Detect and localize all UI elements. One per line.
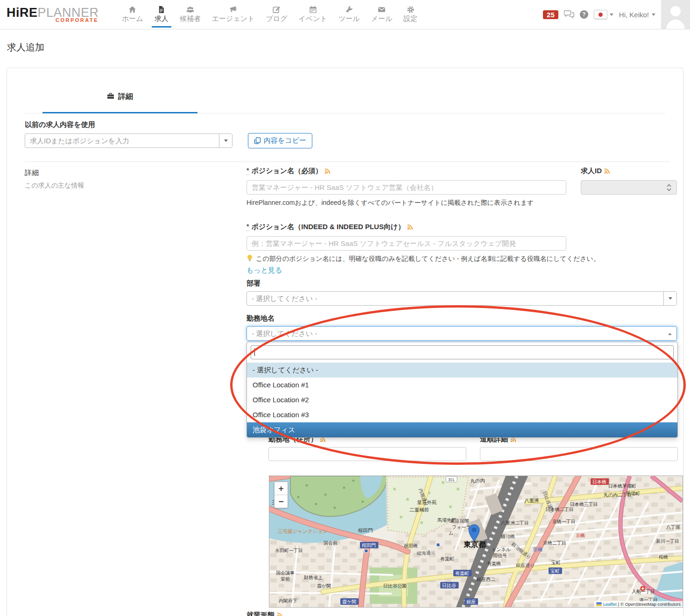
map-label: 二重橋前 bbox=[409, 507, 429, 512]
nav-item-label: イベント bbox=[299, 14, 327, 23]
copy-content-button[interactable]: 内容をコピー bbox=[248, 133, 312, 148]
nav-item-label: 候補者 bbox=[180, 14, 201, 23]
map-label: トンネル bbox=[492, 547, 511, 552]
indeed-tip-text: この部分のポジション名には、明確な役職のみを記載してください - 例えば名刺に記… bbox=[256, 254, 600, 264]
copy-icon bbox=[254, 137, 261, 144]
zoom-in-button[interactable]: + bbox=[275, 482, 288, 495]
location-map[interactable]: 301 桜田門霞ケ関日比谷有楽町銀座宝町日本橋 三宅坂三宅坂ジャンクション桜田門… bbox=[269, 476, 683, 608]
nav-item-label: ホーム bbox=[122, 14, 143, 23]
location-search-input[interactable] bbox=[251, 345, 674, 359]
hireplanner-logo[interactable]: HiREPLANNER CORPORATE bbox=[7, 7, 112, 23]
station-label: 桜田門 bbox=[362, 543, 376, 548]
greeting-text: Hi, Keiko! bbox=[619, 11, 649, 19]
location-select[interactable]: - 選択してください - bbox=[246, 326, 677, 341]
location-option[interactable]: Office Location #3 bbox=[247, 407, 677, 422]
directions-input[interactable] bbox=[480, 447, 678, 461]
indeed-position-input[interactable] bbox=[246, 236, 566, 251]
station-label: 宝町 bbox=[550, 568, 560, 574]
location-option[interactable]: Office Location #1 bbox=[247, 378, 677, 392]
map-label: 日本橋二丁目 bbox=[546, 507, 574, 512]
department-label: 部署 bbox=[246, 279, 261, 288]
users-icon bbox=[186, 6, 194, 14]
map-label: 内閣府下 bbox=[279, 598, 297, 603]
location-option[interactable]: 池袋オフィス bbox=[247, 422, 677, 437]
nav-item-gear[interactable]: 設定 bbox=[403, 6, 417, 23]
zoom-out-button[interactable]: − bbox=[275, 495, 288, 508]
location-name-label: 勤務地名 bbox=[246, 314, 275, 323]
map-label: 銀座通り bbox=[516, 563, 535, 568]
previous-job-combobox[interactable]: 求人IDまたはポジションを入力 bbox=[25, 133, 232, 148]
map-label: 宝町 bbox=[551, 560, 561, 565]
required-asterisk: * bbox=[246, 167, 249, 175]
department-select[interactable]: - 選択してください - bbox=[246, 291, 677, 306]
location-option[interactable]: - 選択してください - bbox=[247, 363, 677, 378]
map-label: 有楽町 bbox=[440, 556, 454, 561]
nav-item-cal[interactable]: イベント bbox=[299, 6, 327, 23]
tab-details[interactable]: 詳細 bbox=[42, 68, 197, 113]
spinner-arrows-icon bbox=[666, 183, 672, 192]
department-value: - 選択してください - bbox=[247, 292, 676, 306]
notification-count-badge[interactable]: 25 bbox=[543, 10, 558, 19]
map-label: 新川一丁目 bbox=[656, 539, 679, 544]
map-label: 京橋 bbox=[533, 546, 543, 552]
japan-flag-icon bbox=[594, 10, 607, 19]
station-label: 日本橋 bbox=[592, 479, 606, 484]
osm-link[interactable]: © OpenStreetMap contributors bbox=[620, 602, 681, 607]
rss-icon bbox=[604, 168, 610, 174]
user-menu[interactable]: Hi, Keiko! bbox=[619, 11, 655, 19]
chevron-down-icon bbox=[669, 297, 672, 300]
map-label: 八重洲二丁目 bbox=[501, 520, 529, 525]
nav-item-users[interactable]: 候補者 bbox=[180, 6, 201, 23]
nav-item-doc[interactable]: 求人 bbox=[155, 6, 169, 23]
position-name-help: HirePlanner.comおよび、indeedを除くすべてのパートナーサイト… bbox=[246, 198, 569, 208]
combobox-toggle[interactable] bbox=[663, 292, 676, 305]
map-label: 霞が関 bbox=[317, 583, 331, 588]
combobox-toggle[interactable] bbox=[219, 134, 232, 147]
position-name-label-row: * ポジション名（必須） bbox=[246, 167, 331, 175]
job-id-label-row: 求人ID bbox=[581, 167, 610, 175]
job-id-stepper[interactable] bbox=[581, 180, 677, 195]
see-more-link[interactable]: もっと見る bbox=[246, 266, 282, 275]
position-name-input[interactable] bbox=[246, 180, 566, 195]
nav-item-mail[interactable]: メール bbox=[371, 6, 393, 23]
active-tab-underline bbox=[42, 112, 197, 113]
station-label: 銀座 bbox=[466, 599, 476, 604]
map-label: 三宅坂ジャンクション bbox=[278, 528, 328, 534]
avatar[interactable] bbox=[661, 0, 690, 29]
required-asterisk: * bbox=[246, 223, 249, 231]
map-label: 日比谷公園 bbox=[383, 583, 407, 588]
nav-item-wrench[interactable]: ツール bbox=[338, 6, 360, 23]
map-label: 日本橋三丁目 bbox=[570, 502, 598, 507]
map-label: 八丁堀 bbox=[666, 525, 680, 530]
map-label: 堂前 bbox=[281, 576, 290, 581]
indeed-position-label: ポジション名（INDEED & INDEED PLUS向け） bbox=[251, 223, 405, 231]
top-navigation-bar: HiREPLANNER CORPORATE ホーム求人候補者エージェントブログイ… bbox=[0, 0, 690, 29]
map-label: 桜田門 bbox=[358, 527, 373, 533]
chat-icon[interactable] bbox=[564, 10, 574, 19]
nav-item-label: メール bbox=[371, 14, 393, 23]
text-cursor bbox=[254, 348, 255, 356]
map-label: 八重洲 bbox=[524, 497, 539, 503]
indeed-tip-row: この部分のポジション名には、明確な役職のみを記載してください - 例えば名刺に記… bbox=[246, 254, 667, 264]
language-selector[interactable] bbox=[594, 10, 613, 19]
briefcase-icon bbox=[107, 92, 114, 102]
map-label: 入船一丁目 bbox=[632, 589, 655, 594]
section-divider bbox=[25, 161, 670, 162]
nav-item-label: 設定 bbox=[403, 14, 417, 23]
nav-item-home[interactable]: ホーム bbox=[122, 6, 143, 23]
location-option[interactable]: Office Location #2 bbox=[247, 392, 677, 407]
road-shield: 301 bbox=[446, 476, 457, 482]
chevron-down-icon bbox=[224, 140, 228, 142]
address-input[interactable] bbox=[268, 447, 466, 461]
leaflet-link[interactable]: Leaflet bbox=[603, 602, 617, 607]
job-form-card: 詳細 以前の求人内容を使用 求人IDまたはポジションを入力 内容をコピー 詳細 … bbox=[7, 68, 683, 616]
help-icon[interactable]: ? bbox=[580, 10, 588, 19]
map-label: 京橋一丁目 bbox=[552, 519, 576, 524]
metro-station-square bbox=[437, 543, 440, 546]
topbar-right: 25 ? Hi, Keiko! bbox=[543, 0, 690, 29]
map-label: 京橋二丁目 bbox=[543, 540, 566, 546]
nav-item-blog[interactable]: ブログ bbox=[266, 6, 287, 23]
map-label: 財務省上 bbox=[304, 575, 323, 580]
nav-item-mega[interactable]: エージェント bbox=[212, 6, 255, 23]
nav-item-label: 求人 bbox=[155, 14, 169, 23]
